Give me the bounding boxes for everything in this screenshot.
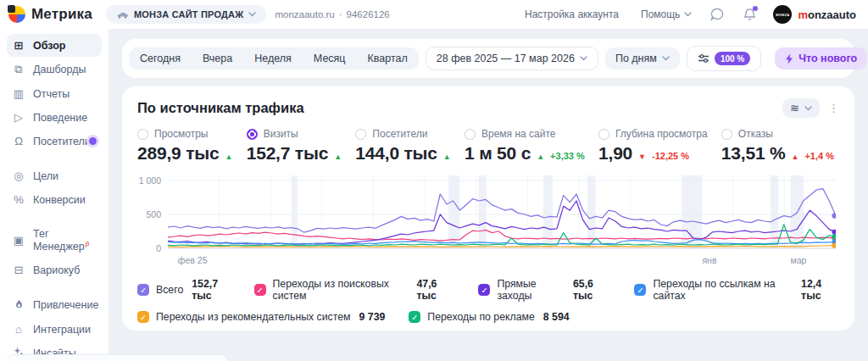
checkbox-checked[interactable]: ✓ [634, 284, 646, 296]
traffic-sources-card: По источникам трафика ≋ ⋮ Просмотры 289,… [122, 86, 854, 330]
sidebar-label: Интеграции [33, 324, 91, 336]
chart-y-axis: 05001 000 [137, 175, 164, 253]
traffic-chart-svg[interactable] [168, 175, 836, 253]
card-more-button[interactable]: ⋮ [828, 102, 839, 114]
checkbox-checked[interactable]: ✓ [137, 284, 149, 296]
sidebar-item-goals[interactable]: ◎ Цели [7, 164, 102, 187]
copy-icon: ▣ [12, 234, 25, 247]
legend-recommendations[interactable]: ✓ Переходы из рекомендательных систем 9 … [137, 311, 385, 323]
checkbox-checked[interactable]: ✓ [254, 284, 266, 296]
metric-label: Глубина просмотра [615, 128, 708, 140]
sidebar-item-dashboards[interactable]: ⧉ Дашборды [7, 58, 102, 81]
sidebar-item-tag-manager[interactable]: ▣ Тег Менеджерβ [7, 223, 102, 258]
avatar[interactable]: MONZA [773, 5, 792, 24]
x-tick-label: мар [790, 255, 806, 265]
legend-total[interactable]: ✓ Всего 152,7 тыс [137, 278, 231, 302]
metric-visits[interactable]: Визиты 152,7 тыс ▲ [247, 128, 342, 164]
counter-domain[interactable]: monzaauto.ru [275, 9, 334, 19]
whats-new-label: Что нового [798, 53, 857, 64]
legend-direct[interactable]: ✓ Прямые заходы 65,6 тыс [478, 278, 610, 302]
metric-label: Отказы [738, 128, 773, 140]
y-tick-label: 500 [146, 209, 161, 219]
metric-bounce-rate[interactable]: Отказы 13,51 % ▲ +1,4 % [721, 128, 834, 164]
sidebar-item-behavior[interactable]: ▷ Поведение [7, 106, 102, 129]
counter-selector[interactable]: МОНЗА САЙТ ПРОДАЖ [106, 5, 266, 24]
y-tick-label: 1 000 [139, 175, 161, 186]
chevron-down-icon [580, 56, 587, 61]
sidebar-item-acquisition[interactable]: Привлечение [7, 293, 102, 317]
chart-type-select[interactable]: ≋ [782, 98, 820, 118]
user-name-first: m [798, 8, 808, 21]
chat-button[interactable] [710, 8, 725, 21]
x-tick-label: янв [702, 255, 716, 265]
legend-label: Переходы по рекламе [427, 311, 535, 323]
preset-yesterday[interactable]: Вчера [192, 47, 243, 69]
metric-visitors[interactable]: Посетители 144,0 тыс ▲ [355, 128, 450, 164]
metrika-logo[interactable]: Метрика [8, 6, 92, 23]
date-range-picker[interactable]: 28 фев 2025 — 17 мар 2026 [426, 47, 598, 70]
legend-label: Переходы из поисковых систем [273, 278, 409, 302]
sidebar: ⊞ Обзор ⧉ Дашборды ▥ Отчеты ▷ Поведение … [0, 29, 108, 361]
checkbox-checked[interactable]: ✓ [137, 311, 149, 323]
chevron-down-icon [662, 56, 670, 61]
user-name[interactable]: monzaauto [798, 8, 856, 21]
car-icon [116, 11, 129, 19]
sidebar-item-reports[interactable]: ▥ Отчеты [7, 82, 102, 105]
sidebar-label: Цели [33, 170, 58, 182]
sidebar-label: Обзор [33, 40, 65, 52]
trend-up-icon: ▲ [792, 153, 799, 161]
whats-new-button[interactable]: Что нового [775, 47, 867, 69]
sidebar-item-integrations[interactable]: ⌂ Интеграции [7, 318, 102, 341]
radio-selected[interactable] [247, 129, 258, 140]
checkbox-checked[interactable]: ✓ [409, 311, 420, 323]
sampling-control[interactable]: 100 % [687, 46, 761, 71]
top-header: Метрика МОНЗА САЙТ ПРОДАЖ monzaauto.ru ·… [0, 0, 868, 29]
date-preset-group: Сегодня Вчера Неделя Месяц Квартал [129, 47, 419, 69]
radio-unselected[interactable] [137, 129, 148, 140]
puzzle-icon: ⌂ [12, 323, 25, 336]
radio-unselected[interactable] [721, 129, 732, 140]
grid-icon: ⊞ [12, 39, 25, 52]
radio-unselected[interactable] [465, 129, 476, 140]
preset-quarter[interactable]: Квартал [357, 47, 419, 69]
preset-week[interactable]: Неделя [243, 47, 303, 69]
radio-unselected[interactable] [355, 129, 366, 140]
radio-unselected[interactable] [598, 129, 609, 140]
metric-time-on-site[interactable]: Время на сайте 1 м 50 с ▲ +3,33 % [465, 128, 585, 164]
sidebar-item-overview[interactable]: ⊞ Обзор [7, 34, 102, 57]
x-tick-label: фев 25 [178, 255, 208, 265]
trend-up-icon: ▲ [225, 153, 232, 161]
help-menu[interactable]: Помощь [641, 8, 692, 20]
traffic-chart[interactable]: 05001 000 фев 25янвмар [137, 175, 839, 269]
metric-value: 144,0 тыс [355, 143, 437, 164]
chart-legend: ✓ Всего 152,7 тыс ✓ Переходы из поисковы… [137, 278, 839, 323]
metric-value: 1 м 50 с [465, 143, 531, 164]
chevron-down-icon [804, 106, 812, 111]
sidebar-label: Посетители [33, 136, 91, 147]
sidebar-item-conversions[interactable]: % Конверсии [7, 188, 102, 211]
legend-label: Всего [156, 284, 183, 296]
notifications-button[interactable] [743, 8, 756, 21]
trend-up-icon: ▲ [443, 153, 451, 161]
legend-search[interactable]: ✓ Переходы из поисковых систем 47,6 тыс [254, 278, 455, 302]
help-label: Помощь [641, 8, 680, 20]
sidebar-item-variocube[interactable]: ⊟ Вариокуб [7, 258, 102, 281]
legend-site-links[interactable]: ✓ Переходы по ссылкам на сайтах 12,4 тыс [634, 278, 839, 302]
trend-up-icon: ▲ [537, 153, 544, 161]
legend-label: Прямые заходы [497, 278, 565, 302]
legend-value: 47,6 тыс [416, 278, 454, 302]
legend-ads[interactable]: ✓ Переходы по рекламе 8 594 [409, 311, 569, 323]
counter-meta: monzaauto.ru · 94626126 [275, 9, 389, 19]
account-settings-link[interactable]: Настройка аккаунта [525, 8, 619, 20]
metric-depth[interactable]: Глубина просмотра 1,90 ▼ -12,25 % [598, 128, 708, 164]
preset-month[interactable]: Месяц [303, 47, 357, 69]
metric-pageviews[interactable]: Просмотры 289,9 тыс ▲ [137, 128, 232, 164]
legend-value: 9 739 [359, 311, 386, 323]
square-icon: ⊟ [12, 264, 25, 276]
sidebar-item-visitors[interactable]: Ω Посетители [7, 130, 102, 153]
granularity-select[interactable]: По дням [605, 47, 680, 69]
preset-today[interactable]: Сегодня [129, 47, 192, 69]
metric-label: Посетители [372, 128, 427, 140]
legend-value: 65,6 тыс [573, 278, 610, 302]
checkbox-checked[interactable]: ✓ [478, 284, 490, 296]
